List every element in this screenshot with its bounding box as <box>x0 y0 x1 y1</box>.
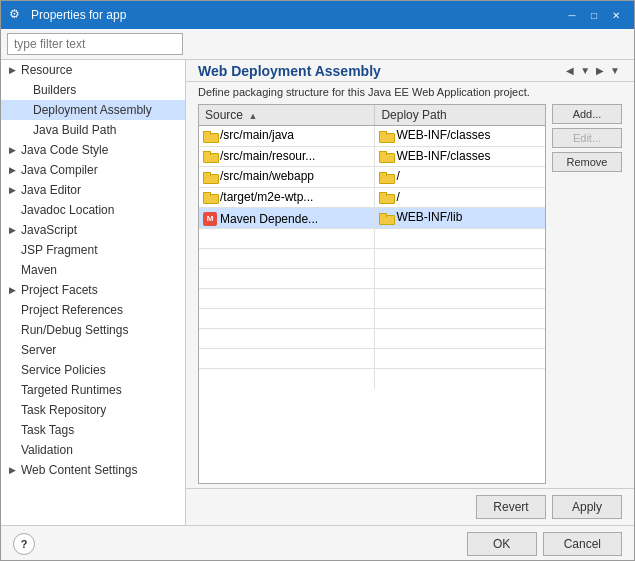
folder-icon <box>203 171 217 182</box>
dialog-footer: ? OK Cancel <box>1 525 634 561</box>
revert-button[interactable]: Revert <box>476 495 546 519</box>
sidebar-label-targeted-runtimes: Targeted Runtimes <box>21 383 181 397</box>
sidebar-item-java-compiler[interactable]: ▶ Java Compiler <box>1 160 185 180</box>
deploy-cell: WEB-INF/classes <box>375 146 545 167</box>
table-row-empty <box>199 289 545 309</box>
apply-button[interactable]: Apply <box>552 495 622 519</box>
nav-arrows: ◀ ▼ ▶ ▼ <box>560 62 626 79</box>
sidebar-item-web-content-settings[interactable]: ▶ Web Content Settings <box>1 460 185 480</box>
app-icon: ⚙ <box>9 7 25 23</box>
nav-forward-dropdown-button[interactable]: ▼ <box>608 64 622 77</box>
nav-back-button[interactable]: ◀ <box>564 64 576 77</box>
table-row[interactable]: /target/m2e-wtp... / <box>199 187 545 208</box>
sidebar-item-service-policies[interactable]: Service Policies <box>1 360 185 380</box>
source-column-header: Source ▲ <box>199 105 375 126</box>
table-row-empty <box>199 329 545 349</box>
maven-icon: M <box>203 212 217 226</box>
expand-arrow-web-content: ▶ <box>9 465 21 475</box>
table-row[interactable]: /src/main/resour... WEB-INF/classes <box>199 146 545 167</box>
sidebar-tree: ▶ Resource Builders Deployment Assembly … <box>1 60 186 525</box>
sort-arrow-icon: ▲ <box>248 111 257 121</box>
panel-title: Web Deployment Assembly <box>198 63 560 79</box>
table-row[interactable]: /src/main/java WEB-INF/classes <box>199 126 545 147</box>
remove-button[interactable]: Remove <box>552 152 622 172</box>
sidebar-label-deployment-assembly: Deployment Assembly <box>33 103 181 117</box>
sidebar-item-run-debug[interactable]: Run/Debug Settings <box>1 320 185 340</box>
sidebar-item-server[interactable]: Server <box>1 340 185 360</box>
sidebar-item-javascript[interactable]: ▶ JavaScript <box>1 220 185 240</box>
source-cell: /src/main/webapp <box>199 167 375 188</box>
expand-arrow-resource: ▶ <box>9 65 21 75</box>
sidebar-item-targeted-runtimes[interactable]: Targeted Runtimes <box>1 380 185 400</box>
sidebar-item-task-tags[interactable]: Task Tags <box>1 420 185 440</box>
folder-icon <box>203 130 217 141</box>
sidebar-item-validation[interactable]: Validation <box>1 440 185 460</box>
deploy-cell: / <box>375 187 545 208</box>
sidebar-label-web-content-settings: Web Content Settings <box>21 463 181 477</box>
sidebar-item-deployment-assembly[interactable]: Deployment Assembly <box>1 100 185 120</box>
sidebar-label-service-policies: Service Policies <box>21 363 181 377</box>
sidebar-item-resource[interactable]: ▶ Resource <box>1 60 185 80</box>
ok-button[interactable]: OK <box>467 532 537 556</box>
expand-arrow-javascript: ▶ <box>9 225 21 235</box>
edit-button[interactable]: Edit... <box>552 128 622 148</box>
sidebar-item-task-repository[interactable]: Task Repository <box>1 400 185 420</box>
deploy-cell: WEB-INF/lib <box>375 208 545 229</box>
sidebar-label-java-build-path: Java Build Path <box>33 123 181 137</box>
sidebar-label-maven: Maven <box>21 263 181 277</box>
table-row[interactable]: M Maven Depende... WEB-INF/lib <box>199 208 545 229</box>
expand-arrow-java-code: ▶ <box>9 145 21 155</box>
table-row-empty <box>199 349 545 369</box>
folder-icon <box>379 150 393 161</box>
sidebar-label-task-repository: Task Repository <box>21 403 181 417</box>
folder-icon <box>379 171 393 182</box>
minimize-button[interactable]: ─ <box>562 5 582 25</box>
filter-input[interactable] <box>7 33 183 55</box>
sidebar-label-builders: Builders <box>33 83 181 97</box>
sidebar-label-project-facets: Project Facets <box>21 283 181 297</box>
sidebar-item-project-references[interactable]: Project References <box>1 300 185 320</box>
table-row-empty <box>199 309 545 329</box>
folder-icon <box>203 191 217 202</box>
window-title: Properties for app <box>31 8 562 22</box>
source-cell: /target/m2e-wtp... <box>199 187 375 208</box>
deploy-table-container: Source ▲ Deploy Path <box>198 104 546 484</box>
maximize-button[interactable]: □ <box>584 5 604 25</box>
sidebar-label-task-tags: Task Tags <box>21 423 181 437</box>
cancel-button[interactable]: Cancel <box>543 532 622 556</box>
sidebar-item-java-code-style[interactable]: ▶ Java Code Style <box>1 140 185 160</box>
sidebar-item-java-editor[interactable]: ▶ Java Editor <box>1 180 185 200</box>
table-row-empty <box>199 249 545 269</box>
sidebar-label-server: Server <box>21 343 181 357</box>
table-section: Source ▲ Deploy Path <box>186 104 634 488</box>
sidebar-item-jsp-fragment[interactable]: JSP Fragment <box>1 240 185 260</box>
expand-arrow-java-editor: ▶ <box>9 185 21 195</box>
sidebar-label-javascript: JavaScript <box>21 223 181 237</box>
source-cell: M Maven Depende... <box>199 208 375 229</box>
nav-dropdown-button[interactable]: ▼ <box>578 64 592 77</box>
source-cell: /src/main/java <box>199 126 375 147</box>
add-button[interactable]: Add... <box>552 104 622 124</box>
table-row-empty <box>199 269 545 289</box>
sidebar-label-validation: Validation <box>21 443 181 457</box>
title-bar: ⚙ Properties for app ─ □ ✕ <box>1 1 634 29</box>
nav-forward-button[interactable]: ▶ <box>594 64 606 77</box>
sidebar-item-java-build-path[interactable]: Java Build Path <box>1 120 185 140</box>
sidebar-item-maven[interactable]: Maven <box>1 260 185 280</box>
sidebar-label-javadoc-location: Javadoc Location <box>21 203 181 217</box>
sidebar-item-project-facets[interactable]: ▶ Project Facets <box>1 280 185 300</box>
sidebar-item-builders[interactable]: Builders <box>1 80 185 100</box>
sidebar-label-java-compiler: Java Compiler <box>21 163 181 177</box>
deploy-path-column-header: Deploy Path <box>375 105 545 126</box>
folder-icon <box>379 191 393 202</box>
help-button[interactable]: ? <box>13 533 35 555</box>
table-row[interactable]: /src/main/webapp / <box>199 167 545 188</box>
sidebar-label-project-references: Project References <box>21 303 181 317</box>
window-controls: ─ □ ✕ <box>562 5 626 25</box>
sidebar-item-javadoc-location[interactable]: Javadoc Location <box>1 200 185 220</box>
filter-bar <box>1 29 634 60</box>
deploy-cell: WEB-INF/classes <box>375 126 545 147</box>
folder-icon <box>203 150 217 161</box>
sidebar-label-java-editor: Java Editor <box>21 183 181 197</box>
close-button[interactable]: ✕ <box>606 5 626 25</box>
